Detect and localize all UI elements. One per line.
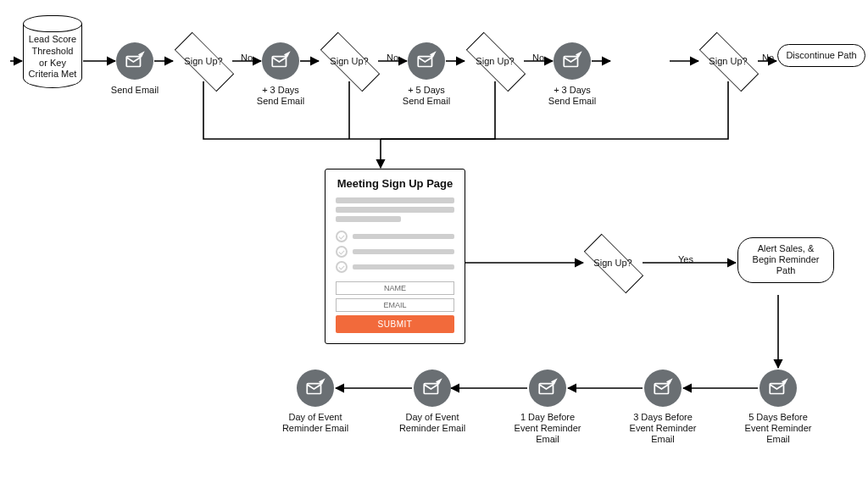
reminder-icon-final bbox=[297, 370, 334, 407]
name-field[interactable]: NAME bbox=[336, 281, 454, 295]
decision-signup: Sign Up? bbox=[584, 244, 642, 281]
signup-title: Meeting Sign Up Page bbox=[336, 178, 454, 191]
reminder-label-5days: 5 Days Before Event Reminder Email bbox=[740, 412, 816, 446]
submit-button[interactable]: SUBMIT bbox=[336, 315, 454, 333]
reminder-icon-5days bbox=[760, 370, 797, 407]
email-icon-3 bbox=[408, 42, 445, 80]
start-cylinder: Lead Score Threshold or Key Criteria Met bbox=[23, 15, 82, 88]
alert-terminator: Alert Sales, & Begin Reminder Path bbox=[737, 237, 834, 283]
decision-1: Sign Up? bbox=[175, 42, 232, 80]
reminder-icon-1day bbox=[529, 370, 566, 407]
email-field[interactable]: EMAIL bbox=[336, 298, 454, 312]
signup-page-card: Meeting Sign Up Page NAME EMAIL SUBMIT bbox=[325, 169, 465, 344]
email-label-1: Send Email bbox=[97, 85, 173, 96]
reminder-label-final: Day of Event Reminder Email bbox=[277, 412, 353, 434]
edge-no-3: No bbox=[532, 53, 544, 63]
email-label-2: + 3 Days Send Email bbox=[242, 85, 319, 107]
reminder-label-3days: 3 Days Before Event Reminder Email bbox=[625, 412, 701, 446]
decision-4: Sign Up? bbox=[699, 42, 757, 80]
email-label-4: + 3 Days Send Email bbox=[534, 85, 610, 107]
reminder-label-1day: 1 Day Before Event Reminder Email bbox=[509, 412, 586, 446]
discontinue-terminator: Discontinue Path bbox=[777, 44, 865, 67]
email-label-3: + 5 Days Send Email bbox=[388, 85, 465, 107]
start-label: Lead Score Threshold or Key Criteria Met bbox=[27, 34, 78, 81]
edge-no-4: No bbox=[762, 53, 774, 63]
email-icon-1 bbox=[116, 42, 153, 80]
email-icon-2 bbox=[262, 42, 299, 80]
reminder-label-dayof: Day of Event Reminder Email bbox=[394, 412, 470, 434]
edge-no-1: No bbox=[241, 53, 253, 63]
email-icon-4 bbox=[554, 42, 591, 80]
decision-3: Sign Up? bbox=[466, 42, 524, 80]
edge-yes: Yes bbox=[678, 254, 693, 264]
edge-no-2: No bbox=[387, 53, 398, 63]
reminder-icon-dayof bbox=[414, 370, 451, 407]
reminder-icon-3days bbox=[644, 370, 682, 407]
decision-2: Sign Up? bbox=[320, 42, 378, 80]
